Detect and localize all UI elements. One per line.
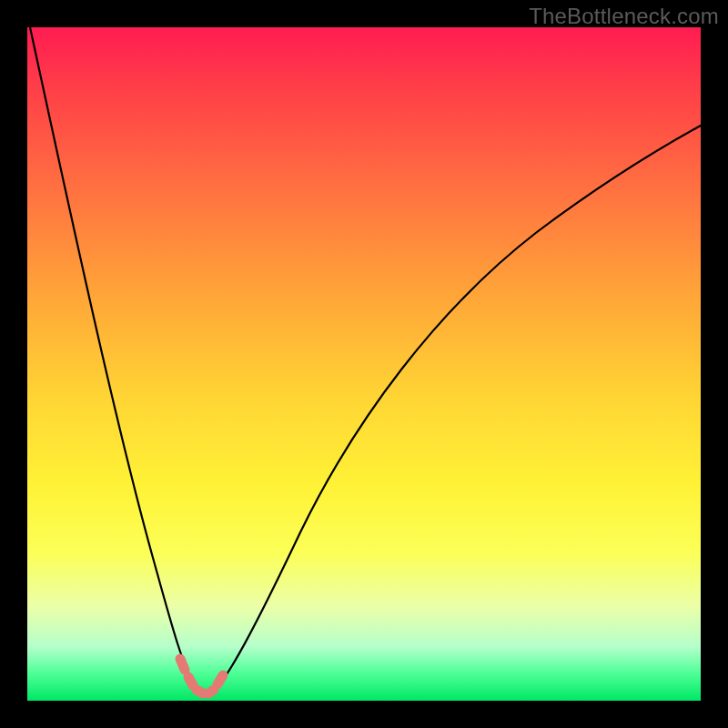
watermark-text: TheBottleneck.com [529, 4, 719, 29]
chart-plot-area [27, 27, 701, 701]
chart-svg [27, 27, 701, 701]
bottleneck-curve-path [30, 27, 701, 694]
optimal-zone-markers [180, 659, 223, 693]
